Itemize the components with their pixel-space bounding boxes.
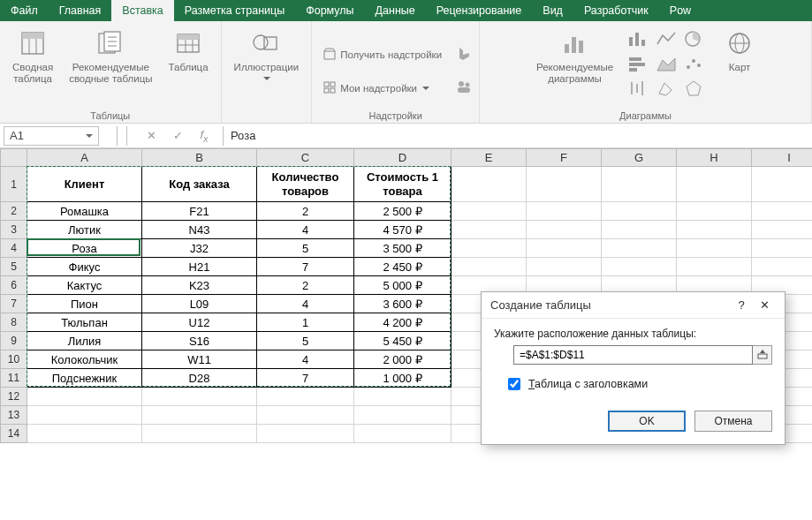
get-addins-button[interactable]: Получить надстройки [319, 45, 445, 64]
cell-A9[interactable]: Лилия [27, 332, 142, 350]
row-hdr-10[interactable]: 10 [1, 350, 27, 369]
cell-A2[interactable]: Ромашка [27, 202, 142, 221]
cell-B4[interactable]: J32 [142, 239, 257, 258]
cell-B1[interactable]: Код заказа [142, 167, 257, 202]
cancel-entry-button[interactable]: ✕ [138, 126, 164, 146]
cell-C1[interactable]: Количество товаров [257, 167, 354, 202]
cell-B10[interactable]: W11 [142, 350, 257, 369]
cell-I4[interactable] [752, 239, 813, 258]
maps-button[interactable]: Карт [719, 25, 760, 77]
collapse-dialog-button[interactable] [753, 345, 772, 365]
cell-F3[interactable] [527, 221, 602, 239]
row-hdr-4[interactable]: 4 [1, 239, 27, 258]
cell-A10[interactable]: Колокольчик [27, 350, 142, 369]
cell-H5[interactable] [677, 258, 752, 276]
cell-H4[interactable] [677, 239, 752, 258]
cell-D6[interactable]: 5 000 ₽ [354, 276, 452, 295]
cell-A14[interactable] [27, 425, 142, 443]
cell-C14[interactable] [257, 425, 354, 443]
scatter-chart-icon[interactable] [684, 55, 710, 78]
dialog-titlebar[interactable]: Создание таблицы ? ✕ [482, 292, 785, 319]
cell-C9[interactable]: 5 [257, 332, 354, 350]
area-chart-icon[interactable] [656, 55, 682, 78]
cell-H2[interactable] [677, 202, 752, 221]
tab-review[interactable]: Рецензирование [426, 0, 533, 21]
cell-E1[interactable] [452, 167, 527, 202]
cell-C6[interactable]: 2 [257, 276, 354, 295]
cell-H3[interactable] [677, 221, 752, 239]
cell-A6[interactable]: Кактус [27, 276, 142, 295]
row-hdr-11[interactable]: 11 [1, 369, 27, 388]
col-hdr-i[interactable]: I [752, 149, 813, 167]
row-hdr-14[interactable]: 14 [1, 425, 27, 443]
cell-D10[interactable]: 2 000 ₽ [354, 350, 452, 369]
tab-power[interactable]: Pow [659, 0, 696, 21]
cell-B5[interactable]: H21 [142, 258, 257, 276]
cell-G2[interactable] [602, 202, 677, 221]
cell-G1[interactable] [602, 167, 677, 202]
col-hdr-c[interactable]: C [257, 149, 354, 167]
cell-D2[interactable]: 2 500 ₽ [354, 202, 452, 221]
cell-B11[interactable]: D28 [142, 369, 257, 388]
cell-E2[interactable] [452, 202, 527, 221]
cell-D7[interactable]: 3 600 ₽ [354, 295, 452, 313]
cell-C8[interactable]: 1 [257, 313, 354, 332]
cell-B2[interactable]: F21 [142, 202, 257, 221]
help-button[interactable]: ? [730, 295, 753, 316]
cell-A13[interactable] [27, 406, 142, 425]
cell-A8[interactable]: Тюльпан [27, 313, 142, 332]
row-hdr-13[interactable]: 13 [1, 406, 27, 425]
cancel-button[interactable]: Отмена [694, 411, 772, 432]
cell-C3[interactable]: 4 [257, 221, 354, 239]
cell-I3[interactable] [752, 221, 813, 239]
recommended-charts-button[interactable]: Рекомендуемые диаграммы [531, 25, 618, 88]
cell-F2[interactable] [527, 202, 602, 221]
cell-C5[interactable]: 7 [257, 258, 354, 276]
row-hdr-9[interactable]: 9 [1, 332, 27, 350]
row-hdr-1[interactable]: 1 [1, 167, 27, 202]
cell-E4[interactable] [452, 239, 527, 258]
cell-A5[interactable]: Фикус [27, 258, 142, 276]
cell-D14[interactable] [354, 425, 452, 443]
row-hdr-2[interactable]: 2 [1, 202, 27, 221]
cell-I2[interactable] [752, 202, 813, 221]
cell-D12[interactable] [354, 388, 452, 406]
cell-A1[interactable]: Клиент [27, 167, 142, 202]
cell-D9[interactable]: 5 450 ₽ [354, 332, 452, 350]
tab-home[interactable]: Главная [49, 0, 112, 21]
cell-C2[interactable]: 2 [257, 202, 354, 221]
cell-G3[interactable] [602, 221, 677, 239]
row-hdr-7[interactable]: 7 [1, 295, 27, 313]
cell-B3[interactable]: N43 [142, 221, 257, 239]
cell-B13[interactable] [142, 406, 257, 425]
radar-chart-icon[interactable] [684, 79, 710, 102]
cell-C4[interactable]: 5 [257, 239, 354, 258]
cell-B6[interactable]: K23 [142, 276, 257, 295]
cell-D5[interactable]: 2 450 ₽ [354, 258, 452, 276]
cell-D11[interactable]: 1 000 ₽ [354, 369, 452, 388]
cell-G4[interactable] [602, 239, 677, 258]
cell-B12[interactable] [142, 388, 257, 406]
tab-formulas[interactable]: Формулы [295, 0, 364, 21]
cell-D4[interactable]: 3 500 ₽ [354, 239, 452, 258]
tab-view[interactable]: Вид [532, 0, 573, 21]
tab-page-layout[interactable]: Разметка страницы [174, 0, 295, 21]
pie-chart-icon[interactable] [684, 30, 710, 53]
pivot-table-button[interactable]: Сводная таблица [7, 25, 58, 88]
people-icon[interactable] [456, 79, 472, 97]
col-hdr-f[interactable]: F [527, 149, 602, 167]
stock-chart-icon[interactable] [627, 79, 654, 102]
cell-F1[interactable] [527, 167, 602, 202]
cell-E3[interactable] [452, 221, 527, 239]
row-hdr-8[interactable]: 8 [1, 313, 27, 332]
cell-B9[interactable]: S16 [142, 332, 257, 350]
headers-checkbox-row[interactable]: Таблица с заголовками [505, 375, 772, 393]
cell-F5[interactable] [527, 258, 602, 276]
confirm-entry-button[interactable]: ✓ [164, 126, 191, 146]
illustrations-button[interactable]: Иллюстрации [229, 25, 305, 84]
cell-H1[interactable] [677, 167, 752, 202]
cell-B8[interactable]: U12 [142, 313, 257, 332]
cell-B14[interactable] [142, 425, 257, 443]
cell-C13[interactable] [257, 406, 354, 425]
cell-C11[interactable]: 7 [257, 369, 354, 388]
